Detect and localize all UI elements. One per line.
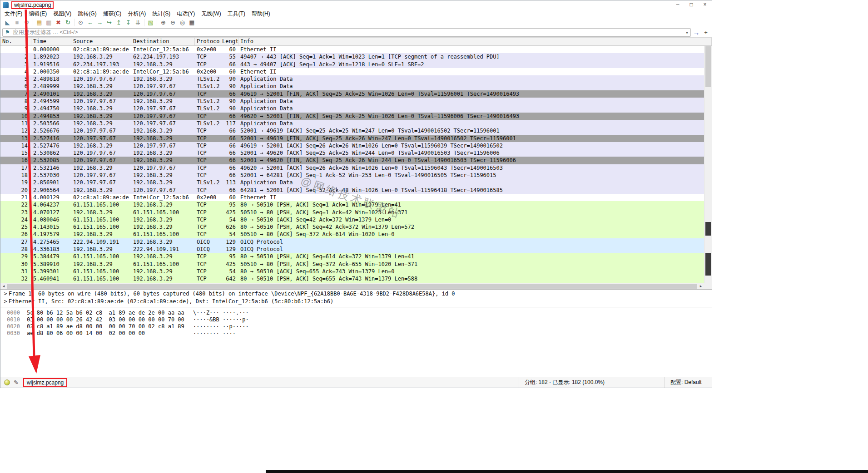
packet-row[interactable]: 21.892023192.168.3.2962.234.197.193TCP55… xyxy=(0,53,704,60)
filter-bookmark-icon[interactable]: ⚑ xyxy=(5,29,10,35)
menu-item[interactable]: 帮助(H) xyxy=(248,10,273,18)
reload-icon[interactable]: ↻ xyxy=(63,19,73,26)
vertical-scrollbar[interactable] xyxy=(704,46,712,283)
cell-info: 49407 → 443 [ACK] Seq=1 Ack=1 Win=1023 L… xyxy=(238,53,704,60)
hex-ascii: \···Z··· ····.··· xyxy=(193,310,249,316)
filter-dropdown-icon[interactable]: ▾ xyxy=(686,30,688,35)
cell-proto: TCP xyxy=(195,127,220,134)
zoom-out-icon[interactable]: ⊖ xyxy=(168,19,178,26)
packet-row[interactable]: 182.537030120.197.97.67192.168.3.29TCP66… xyxy=(0,172,704,179)
cell-dst: 192.168.3.29 xyxy=(131,223,195,231)
packet-row[interactable]: 31.91951662.234.197.193192.168.3.29TCP66… xyxy=(0,61,704,68)
hex-line[interactable]: 00005c 80 b6 12 5a b6 02 c8 a1 89 ae de … xyxy=(0,310,712,316)
menu-item[interactable]: 跳转(G) xyxy=(74,10,99,18)
menu-item[interactable]: 无线(W) xyxy=(198,10,224,18)
colorize-icon[interactable]: ▧ xyxy=(146,19,155,26)
last-packet-icon[interactable]: ↧ xyxy=(124,19,133,26)
go-back-icon[interactable]: ← xyxy=(85,19,95,26)
column-header-destination[interactable]: Destination xyxy=(131,38,195,45)
find-packet-icon[interactable]: ⊙ xyxy=(76,19,85,26)
packet-row[interactable]: 152.530862120.197.97.67192.168.3.29TCP66… xyxy=(0,149,704,157)
go-to-packet-icon[interactable]: ↪ xyxy=(104,19,114,26)
filter-apply-button[interactable]: → xyxy=(691,29,702,36)
hex-line[interactable]: 002002 c8 a1 89 ae d8 00 00 00 00 70 00 … xyxy=(0,323,712,330)
packet-row[interactable]: 172.532146192.168.3.29120.197.97.67TCP66… xyxy=(0,164,704,172)
menu-item[interactable]: 文件(F) xyxy=(1,10,25,18)
packet-row[interactable]: 42.00035002:c8:a1:89:ae:deIntelCor_12:5a… xyxy=(0,68,704,75)
packet-row[interactable]: 162.532085120.197.97.67192.168.3.29TCP66… xyxy=(0,157,704,164)
horizontal-scrollbar[interactable]: ◂ ▸ xyxy=(0,283,712,289)
resize-columns-icon[interactable]: ▦ xyxy=(187,19,197,26)
packet-row[interactable]: 192.856901120.197.97.67192.168.3.29TLSv1… xyxy=(0,179,704,186)
menu-item[interactable]: 编辑(E) xyxy=(25,10,50,18)
packet-row[interactable]: 92.494750192.168.3.29120.197.97.67TLSv1.… xyxy=(0,105,704,112)
status-profile[interactable]: 配置: Default xyxy=(665,377,708,388)
go-forward-icon[interactable]: → xyxy=(95,19,104,26)
column-header-info[interactable]: Info xyxy=(238,38,712,45)
close-file-icon[interactable]: ✖ xyxy=(54,19,63,26)
packet-row[interactable]: 62.489999192.168.3.29120.197.97.67TLSv1.… xyxy=(0,83,704,90)
detail-line[interactable]: >Ethernet II, Src: 02:c8:a1:89:ae:de (02… xyxy=(0,298,712,306)
expander-icon[interactable]: > xyxy=(2,298,9,305)
start-capture-icon[interactable]: ◣ xyxy=(3,19,12,26)
expert-info-icon[interactable] xyxy=(4,379,10,385)
packet-row[interactable]: 102.494853192.168.3.29120.197.97.67TCP66… xyxy=(0,113,704,120)
horizontal-scrollbar-thumb[interactable] xyxy=(7,284,697,289)
menu-item[interactable]: 工具(T) xyxy=(224,10,248,18)
packet-row[interactable]: 112.503566192.168.3.29120.197.97.67TLSv1… xyxy=(0,120,704,127)
detail-line[interactable]: >Frame 1: 60 bytes on wire (480 bits), 6… xyxy=(0,291,712,298)
packet-row[interactable]: 284.336183192.168.3.29222.94.109.191OICQ… xyxy=(0,246,704,253)
menu-item[interactable]: 捕获(C) xyxy=(100,10,125,18)
menu-item[interactable]: 分析(A) xyxy=(124,10,149,18)
packet-row[interactable]: 264.197579192.168.3.2961.151.165.100TCP5… xyxy=(0,231,704,238)
column-header-no[interactable]: No. xyxy=(0,38,31,45)
column-header-source[interactable]: Source xyxy=(71,38,131,45)
menu-item[interactable]: 电话(Y) xyxy=(174,10,198,18)
expander-icon[interactable]: > xyxy=(2,291,9,297)
menu-item[interactable]: 统计(S) xyxy=(149,10,174,18)
hex-line[interactable]: 0030ae d8 80 06 00 00 14 00 02 00 00 00·… xyxy=(0,330,712,337)
scroll-right-icon[interactable]: ▸ xyxy=(698,283,704,289)
cell-no: 17 xyxy=(0,164,31,172)
save-file-icon[interactable]: ▥ xyxy=(44,19,54,26)
vertical-scrollbar-thumb[interactable] xyxy=(705,46,711,87)
packet-row[interactable]: 72.490101192.168.3.29120.197.97.67TCP664… xyxy=(0,90,704,98)
column-header-protocol[interactable]: Protoco xyxy=(195,38,220,45)
auto-scroll-icon[interactable]: ⇊ xyxy=(133,19,143,26)
cell-dst: 192.168.3.29 xyxy=(131,253,195,260)
packet-row[interactable]: 10.00000002:c8:a1:89:ae:deIntelCor_12:5a… xyxy=(0,46,704,53)
filter-add-button[interactable]: + xyxy=(702,29,710,36)
packet-row[interactable]: 295.38447961.151.165.100192.168.3.29TCP9… xyxy=(0,253,704,260)
close-button[interactable]: × xyxy=(698,0,712,10)
zoom-100-icon[interactable]: ◎ xyxy=(178,19,187,26)
packet-row[interactable]: 244.08004661.151.165.100192.168.3.29TCP5… xyxy=(0,216,704,223)
open-file-icon[interactable]: ▤ xyxy=(35,19,44,26)
maximize-button[interactable]: □ xyxy=(684,0,698,10)
packet-row[interactable]: 132.527416120.197.97.67192.168.3.29TCP66… xyxy=(0,135,704,142)
hex-line[interactable]: 001003 00 00 00 00 26 42 42 03 00 00 00 … xyxy=(0,316,712,323)
zoom-in-icon[interactable]: ⊕ xyxy=(159,19,168,26)
cell-proto: TLSv1.2 xyxy=(195,120,220,127)
packet-row[interactable]: 274.275465222.94.109.191192.168.3.29OICQ… xyxy=(0,238,704,246)
minimize-button[interactable]: – xyxy=(671,0,684,10)
capture-comment-icon[interactable]: ✎ xyxy=(14,379,19,386)
packet-row[interactable]: 234.070127192.168.3.2961.151.165.100TCP4… xyxy=(0,209,704,216)
packet-row[interactable]: 315.39930161.151.165.100192.168.3.29TCP5… xyxy=(0,268,704,275)
packet-row[interactable]: 82.494599120.197.97.67192.168.3.29TLSv1.… xyxy=(0,98,704,105)
packet-row[interactable]: 142.527476192.168.3.29120.197.97.67TCP66… xyxy=(0,142,704,149)
packet-row[interactable]: 52.489818120.197.97.67192.168.3.29TLSv1.… xyxy=(0,75,704,83)
cell-src: 192.168.3.29 xyxy=(71,105,131,112)
packet-row[interactable]: 254.14301561.151.165.100192.168.3.29TCP6… xyxy=(0,223,704,231)
packet-row[interactable]: 325.46094161.151.165.100192.168.3.29TCP6… xyxy=(0,275,704,282)
column-header-length[interactable]: Lengt xyxy=(220,38,238,45)
menu-item[interactable]: 视图(V) xyxy=(50,10,74,18)
cell-no: 31 xyxy=(0,268,31,275)
first-packet-icon[interactable]: ↥ xyxy=(114,19,124,26)
packet-row[interactable]: 122.526676120.197.97.67192.168.3.29TCP66… xyxy=(0,127,704,134)
column-header-time[interactable]: Time xyxy=(31,38,71,45)
packet-row[interactable]: 305.389910192.168.3.2961.151.165.100TCP4… xyxy=(0,261,704,268)
scroll-left-icon[interactable]: ◂ xyxy=(0,283,7,289)
display-filter-input[interactable]: ⚑ 应用显示过滤器 … <Ctrl-/> ▾ xyxy=(2,28,691,37)
stop-capture-icon[interactable]: ■ xyxy=(12,19,22,26)
capture-options-icon[interactable]: ⚙ xyxy=(22,19,31,26)
